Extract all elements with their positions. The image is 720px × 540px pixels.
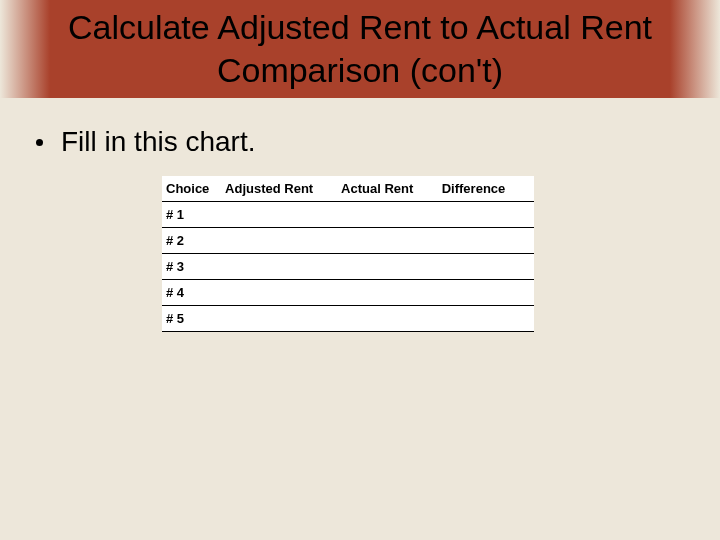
cell-actual-rent — [337, 306, 438, 332]
col-actual-rent: Actual Rent — [337, 176, 438, 202]
cell-actual-rent — [337, 280, 438, 306]
table-row: # 1 — [162, 202, 534, 228]
slide-title: Calculate Adjusted Rent to Actual Rent C… — [0, 0, 720, 91]
cell-choice: # 5 — [162, 306, 221, 332]
table-row: # 3 — [162, 254, 534, 280]
cell-adjusted-rent — [221, 280, 337, 306]
cell-choice: # 2 — [162, 228, 221, 254]
col-difference: Difference — [438, 176, 534, 202]
cell-choice: # 3 — [162, 254, 221, 280]
bullet-text: Fill in this chart. — [61, 126, 256, 158]
bullet-dot-icon — [36, 139, 43, 146]
cell-actual-rent — [337, 202, 438, 228]
cell-choice: # 4 — [162, 280, 221, 306]
cell-adjusted-rent — [221, 228, 337, 254]
cell-difference — [438, 306, 534, 332]
col-adjusted-rent: Adjusted Rent — [221, 176, 337, 202]
cell-choice: # 1 — [162, 202, 221, 228]
title-band: Calculate Adjusted Rent to Actual Rent C… — [0, 0, 720, 98]
cell-difference — [438, 254, 534, 280]
table-row: # 4 — [162, 280, 534, 306]
rent-comparison-table-wrap: Choice Adjusted Rent Actual Rent Differe… — [162, 176, 534, 332]
col-choice: Choice — [162, 176, 221, 202]
cell-difference — [438, 228, 534, 254]
rent-comparison-table: Choice Adjusted Rent Actual Rent Differe… — [162, 176, 534, 332]
table-row: # 5 — [162, 306, 534, 332]
cell-adjusted-rent — [221, 202, 337, 228]
bullet-item: Fill in this chart. — [36, 126, 684, 158]
table-header-row: Choice Adjusted Rent Actual Rent Differe… — [162, 176, 534, 202]
cell-difference — [438, 202, 534, 228]
cell-adjusted-rent — [221, 306, 337, 332]
cell-actual-rent — [337, 254, 438, 280]
table-row: # 2 — [162, 228, 534, 254]
cell-difference — [438, 280, 534, 306]
cell-adjusted-rent — [221, 254, 337, 280]
content-area: Fill in this chart. Choice Adjusted Rent… — [0, 98, 720, 360]
cell-actual-rent — [337, 228, 438, 254]
